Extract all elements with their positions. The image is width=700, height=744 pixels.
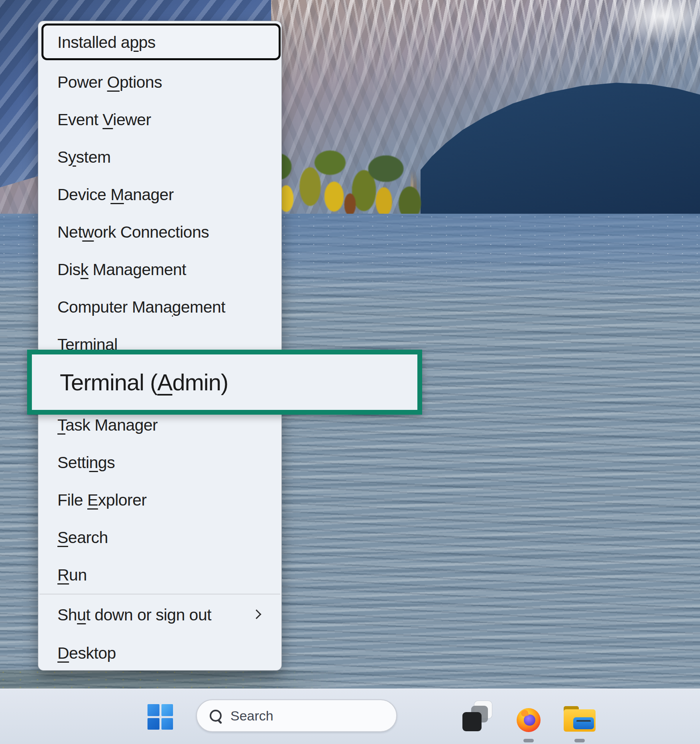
folder-pocket (573, 717, 594, 729)
taskbar-search-box[interactable]: Search (196, 699, 397, 732)
menu-item-run[interactable]: Run (38, 556, 281, 594)
terminal-admin-highlight-label: Terminal (Admin) (60, 369, 228, 396)
task-view-icon (462, 712, 482, 731)
menu-item-event-viewer[interactable]: Event Viewer (38, 101, 281, 138)
menu-item-shut-down-or-sign-out[interactable]: Shut down or sign out (38, 594, 281, 635)
task-view-button[interactable] (462, 701, 493, 731)
menu-item-computer-management[interactable]: Computer Management (38, 288, 281, 326)
winx-menu: Installed apps Power Options Event Viewe… (38, 21, 282, 671)
firefox-running-indicator (523, 739, 534, 742)
menu-item-system[interactable]: System (38, 138, 281, 176)
file-explorer-icon[interactable] (564, 706, 596, 732)
menu-item-device-manager[interactable]: Device Manager (38, 176, 281, 213)
menu-item-installed-apps[interactable]: Installed apps (38, 21, 281, 63)
menu-item-network-connections[interactable]: Network Connections (38, 213, 281, 251)
windows-logo-pane (147, 718, 159, 730)
chevron-right-icon (252, 610, 261, 619)
taskbar: Search (0, 689, 700, 744)
winx-menu-top-group: Installed apps Power Options Event Viewe… (38, 21, 281, 594)
wallpaper-shoreline (0, 670, 343, 691)
windows-logo-pane (147, 704, 159, 716)
windows-logo-pane (161, 718, 173, 730)
menu-item-file-explorer[interactable]: File Explorer (38, 481, 281, 519)
menu-item-desktop[interactable]: Desktop (38, 635, 281, 671)
windows-logo-pane (161, 704, 173, 716)
search-label: Search (230, 708, 273, 724)
desktop-screen: Installed apps Power Options Event Viewe… (0, 0, 700, 744)
start-button[interactable] (147, 704, 173, 730)
terminal-admin-highlight[interactable]: Terminal (Admin) (27, 350, 422, 415)
file-explorer-running-indicator (574, 739, 585, 742)
search-icon (210, 710, 222, 722)
firefox-icon[interactable] (517, 708, 541, 732)
menu-item-search[interactable]: Search (38, 519, 281, 556)
menu-item-disk-management[interactable]: Disk Management (38, 251, 281, 288)
menu-item-power-options[interactable]: Power Options (38, 63, 281, 101)
winx-menu-bottom-group: Shut down or sign out Desktop (38, 594, 281, 671)
menu-item-settings[interactable]: Settings (38, 444, 281, 481)
